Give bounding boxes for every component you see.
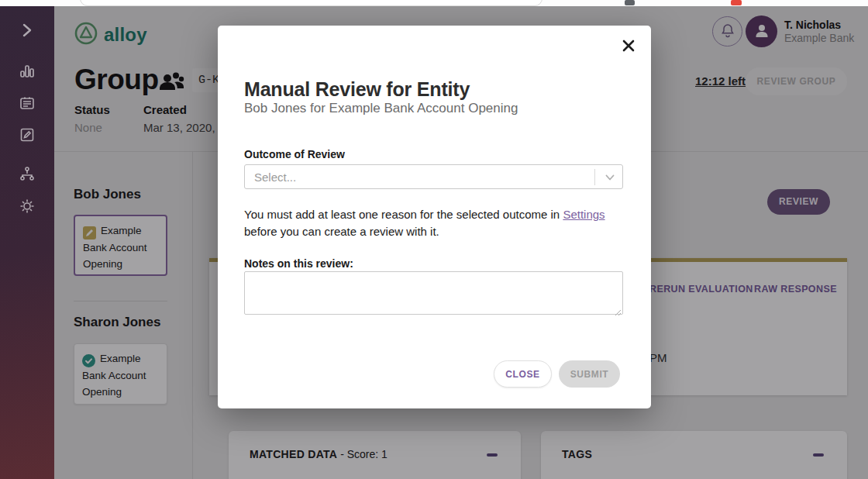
chevron-right-icon: [19, 22, 36, 39]
bar-chart-icon: [19, 62, 36, 79]
sidebar-item-analytics[interactable]: [19, 62, 36, 79]
modal-close-button[interactable]: [618, 36, 639, 57]
sidebar-item-workflows[interactable]: [19, 165, 36, 182]
warning-text-post: before you can create a review with it.: [244, 225, 439, 238]
close-x-icon: [622, 39, 636, 55]
clipboard-icon: [19, 95, 36, 112]
warning-text-pre: You must add at least one reason for the…: [244, 208, 563, 221]
select-separator: [594, 169, 595, 185]
notes-label: Notes on this review:: [244, 257, 353, 270]
modal-submit-button[interactable]: SUBMIT: [559, 360, 620, 388]
sidebar-expand-button[interactable]: [19, 22, 36, 39]
edit-pencil-icon: [19, 126, 36, 143]
recording-indicator-icon[interactable]: [731, 0, 742, 5]
modal-close-action-button[interactable]: CLOSE: [494, 360, 552, 388]
outcome-select[interactable]: Select...: [244, 164, 623, 189]
outcome-warning-text: You must add at least one reason for the…: [244, 206, 613, 240]
sidebar-item-queue[interactable]: [19, 95, 36, 112]
chevron-down-icon: [604, 172, 615, 186]
modal-title: Manual Review for Entity: [244, 78, 470, 101]
browser-extension-icon[interactable]: [625, 0, 635, 5]
outcome-label: Outcome of Review: [244, 148, 345, 160]
browser-chrome-strip: [0, 0, 868, 6]
sidebar-nav: [0, 6, 54, 479]
browser-address-bar[interactable]: [80, 0, 542, 6]
org-chart-icon: [19, 165, 36, 182]
notes-textarea[interactable]: [244, 271, 623, 315]
sidebar-item-reviews[interactable]: [19, 126, 36, 143]
modal-subtitle: Bob Jones for Example Bank Account Openi…: [244, 101, 518, 116]
screen: alloy Group G-KI Status None Created Mar…: [0, 0, 868, 479]
gear-icon: [19, 198, 36, 215]
settings-link[interactable]: Settings: [563, 208, 604, 221]
sidebar-item-settings[interactable]: [19, 198, 36, 215]
select-placeholder: Select...: [254, 171, 296, 184]
manual-review-modal: Manual Review for Entity Bob Jones for E…: [218, 26, 651, 408]
